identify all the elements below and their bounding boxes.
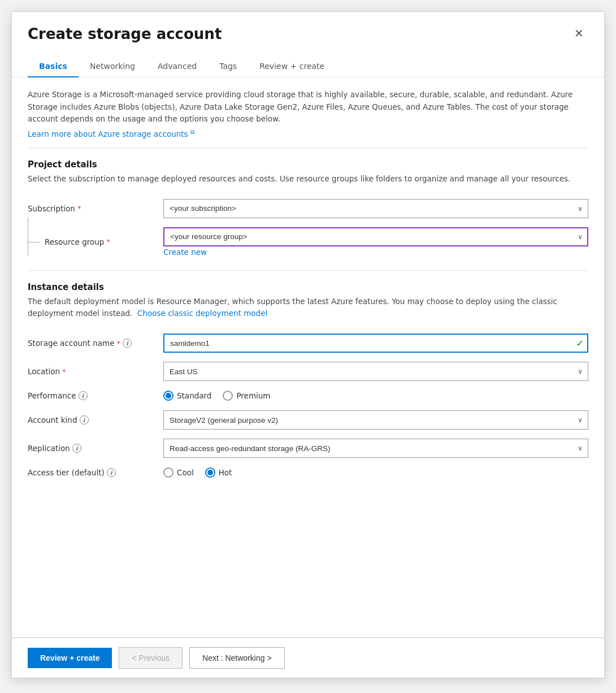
performance-standard-option[interactable]: Standard xyxy=(163,391,211,401)
tab-advanced[interactable]: Advanced xyxy=(146,56,208,77)
main-content: Azure Storage is a Microsoft-managed ser… xyxy=(12,77,604,637)
classic-deployment-link[interactable]: Choose classic deployment model xyxy=(137,309,267,318)
account-kind-label: Account kind i xyxy=(28,406,163,434)
replication-control: Read-access geo-redundant storage (RA-GR… xyxy=(163,434,588,462)
resource-group-select[interactable]: <your resource group> xyxy=(163,227,588,246)
instance-details-section: Instance details The default deployment … xyxy=(28,282,588,483)
access-tier-info-icon[interactable]: i xyxy=(107,468,116,477)
replication-info-icon[interactable]: i xyxy=(72,444,81,453)
performance-premium-option[interactable]: Premium xyxy=(223,391,270,401)
resource-group-label: Resource group * xyxy=(28,223,163,261)
location-select-wrapper: East US xyxy=(163,362,588,381)
previous-button[interactable]: < Previous xyxy=(119,647,183,669)
dialog-footer: Review + create < Previous Next : Networ… xyxy=(12,637,604,678)
resource-group-control: <your resource group> Create new xyxy=(163,223,588,261)
storage-name-control: ✓ xyxy=(163,329,588,357)
access-tier-hot-radio[interactable] xyxy=(205,467,215,478)
instance-details-title: Instance details xyxy=(28,282,588,292)
access-tier-cool-radio[interactable] xyxy=(163,467,173,478)
instance-details-description: The default deployment model is Resource… xyxy=(28,296,588,320)
tab-bar: Basics Networking Advanced Tags Review +… xyxy=(12,47,604,77)
replication-select-wrapper: Read-access geo-redundant storage (RA-GR… xyxy=(163,439,588,458)
subscription-control: <your subscription> xyxy=(163,194,588,223)
storage-name-input[interactable] xyxy=(163,333,588,353)
performance-radio-group: Standard Premium xyxy=(163,391,271,401)
location-label: Location * xyxy=(28,357,163,386)
resource-group-required: * xyxy=(106,237,110,246)
project-details-description: Select the subscription to manage deploy… xyxy=(28,173,588,185)
account-kind-select[interactable]: StorageV2 (general purpose v2) xyxy=(163,410,588,430)
subscription-select[interactable]: <your subscription> xyxy=(163,199,588,218)
performance-control: Standard Premium xyxy=(163,386,588,406)
create-new-resource-group-link[interactable]: Create new xyxy=(163,248,207,257)
performance-info-icon[interactable]: i xyxy=(79,391,88,400)
review-create-button[interactable]: Review + create xyxy=(28,648,112,668)
dialog-title: Create storage account xyxy=(28,25,222,42)
tab-review-create[interactable]: Review + create xyxy=(248,56,336,77)
location-control: East US xyxy=(163,357,588,386)
next-networking-button[interactable]: Next : Networking > xyxy=(189,647,285,669)
access-tier-hot-option[interactable]: Hot xyxy=(205,467,232,478)
account-kind-info-icon[interactable]: i xyxy=(80,415,89,425)
storage-name-info-icon[interactable]: i xyxy=(123,339,132,348)
intro-description: Azure Storage is a Microsoft-managed ser… xyxy=(28,89,588,125)
tab-basics[interactable]: Basics xyxy=(28,56,79,77)
replication-label: Replication i xyxy=(28,434,163,462)
performance-standard-radio[interactable] xyxy=(163,391,173,401)
subscription-label: Subscription * xyxy=(28,194,163,223)
performance-label: Performance i xyxy=(28,386,163,406)
divider-2 xyxy=(28,270,588,271)
storage-name-required: * xyxy=(116,339,120,348)
account-kind-control: StorageV2 (general purpose v2) xyxy=(163,406,588,434)
resource-group-select-wrapper: <your resource group> xyxy=(163,227,588,246)
replication-select[interactable]: Read-access geo-redundant storage (RA-GR… xyxy=(163,439,588,458)
external-link-icon: ⧉ xyxy=(190,129,194,135)
access-tier-control: Cool Hot xyxy=(163,462,588,483)
subscription-required: * xyxy=(77,204,81,213)
close-button[interactable]: ✕ xyxy=(570,25,588,41)
access-tier-label: Access tier (default) i xyxy=(28,462,163,483)
access-tier-radio-group: Cool Hot xyxy=(163,467,232,478)
access-tier-cool-option[interactable]: Cool xyxy=(163,467,194,478)
create-storage-dialog: Create storage account ✕ Basics Networki… xyxy=(11,11,605,678)
project-details-title: Project details xyxy=(28,159,588,170)
performance-premium-radio[interactable] xyxy=(223,391,233,401)
project-details-section: Project details Select the subscription … xyxy=(28,159,588,261)
tab-networking[interactable]: Networking xyxy=(79,56,146,77)
instance-details-form: Storage account name * i ✓ Location * xyxy=(28,329,588,483)
account-kind-select-wrapper: StorageV2 (general purpose v2) xyxy=(163,410,588,430)
storage-name-valid-icon: ✓ xyxy=(576,338,584,349)
location-required: * xyxy=(62,367,66,376)
tab-tags[interactable]: Tags xyxy=(208,56,248,77)
dialog-header: Create storage account ✕ xyxy=(12,12,604,42)
divider-1 xyxy=(28,148,588,148)
location-select[interactable]: East US xyxy=(163,362,588,381)
project-details-form: Subscription * <your subscription> Resou… xyxy=(28,194,588,261)
learn-more-link[interactable]: Learn more about Azure storage accounts … xyxy=(28,129,194,138)
storage-name-input-wrapper: ✓ xyxy=(163,333,588,353)
storage-name-label: Storage account name * i xyxy=(28,329,163,357)
subscription-select-wrapper: <your subscription> xyxy=(163,199,588,218)
